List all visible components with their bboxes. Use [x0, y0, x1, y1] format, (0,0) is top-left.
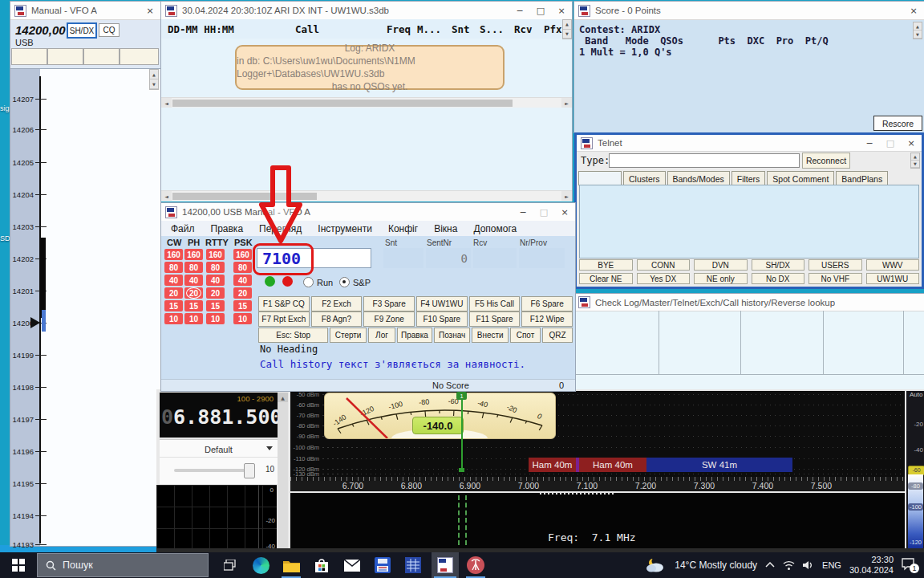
spin-down-icon[interactable]: ▼	[563, 30, 571, 39]
band-button[interactable]: 80	[184, 262, 203, 273]
sdr-app-button[interactable]	[464, 552, 488, 578]
snt-input[interactable]	[383, 248, 424, 268]
edit-button[interactable]: Правка	[397, 328, 432, 343]
f12-button[interactable]: F12 Wipe	[521, 311, 573, 327]
menu-tools[interactable]: Інструменти	[313, 222, 377, 236]
esc-stop-button[interactable]: Esc: Stop	[258, 328, 328, 343]
file-explorer-button[interactable]	[279, 552, 303, 578]
sp-radio-icon[interactable]	[339, 277, 350, 287]
band-button[interactable]: 160	[233, 249, 252, 260]
f9-button[interactable]: F9 Zone	[363, 311, 415, 327]
f8-button[interactable]: F8 Agn?	[311, 311, 363, 327]
band-button[interactable]: 20	[206, 287, 225, 299]
close-icon[interactable]: ×	[554, 204, 575, 221]
spin-down-icon[interactable]: ▼	[914, 31, 922, 39]
f10-button[interactable]: F10 Spare	[416, 311, 468, 327]
grid-app-button[interactable]	[401, 552, 425, 578]
store-button[interactable]	[310, 552, 334, 578]
clear-ne-button[interactable]: Clear NE	[579, 273, 633, 284]
log-horizontal-scrollbar[interactable]: ◄ ►	[161, 190, 572, 201]
score-spinner[interactable]: ▲▼	[913, 22, 922, 39]
users-button[interactable]: USERS	[808, 259, 862, 271]
log-button[interactable]: Лог	[368, 328, 395, 343]
bandmap-zoom-spinner[interactable]: ▲▼	[149, 69, 159, 90]
auto-label[interactable]: Auto	[910, 391, 922, 398]
scroll-right-icon[interactable]: ►	[561, 98, 572, 108]
wifi-icon[interactable]	[783, 560, 795, 570]
band-button[interactable]: 20	[233, 287, 252, 299]
log-column-header[interactable]: Rcv	[514, 23, 533, 35]
menu-windows[interactable]: Вікна	[429, 222, 462, 236]
weather-icon[interactable]	[646, 557, 667, 573]
band-button[interactable]: 40	[206, 275, 225, 286]
telnet-output-area[interactable]	[579, 185, 919, 258]
tab-bandplans[interactable]: BandPlans	[836, 171, 888, 185]
bandplan-sw41m[interactable]: SW 41m	[646, 458, 792, 472]
rescore-button[interactable]: Rescore	[873, 116, 922, 131]
scroll-left-icon[interactable]: ◄	[161, 98, 172, 108]
search-box[interactable]: Пошук	[37, 553, 209, 577]
logger-app-button[interactable]	[371, 552, 395, 578]
shdx-button[interactable]: SH/DX	[752, 259, 805, 271]
spot-button[interactable]: Спот	[510, 328, 541, 343]
f1-button[interactable]: F1 S&P CQ	[258, 296, 310, 311]
band-button[interactable]: 160	[164, 249, 183, 260]
memory-slot-input[interactable]	[120, 48, 159, 65]
memory-slot-input[interactable]	[47, 48, 83, 65]
wwv-button[interactable]: WWV	[866, 259, 920, 271]
sentnr-input[interactable]: 0	[426, 248, 471, 268]
spin-up-icon[interactable]: ▲	[914, 22, 922, 31]
speaker-icon[interactable]	[803, 560, 814, 570]
log-horizontal-scrollbar[interactable]: ◄ ►	[161, 97, 572, 108]
band-button[interactable]: 80	[164, 262, 183, 273]
yes-dx-button[interactable]: Yes DX	[637, 273, 691, 284]
close-icon[interactable]: ×	[140, 2, 160, 19]
close-icon[interactable]: ×	[903, 2, 924, 19]
language-indicator[interactable]: ENG	[822, 560, 841, 570]
start-button[interactable]	[0, 552, 37, 578]
tab-filters[interactable]: Filters	[732, 171, 766, 185]
sdr-vertical-scrollbar[interactable]: ▲	[278, 393, 288, 550]
no-vhf-button[interactable]: No VHF	[808, 273, 862, 284]
edge-browser-button[interactable]	[249, 552, 273, 578]
check-columns[interactable]	[574, 311, 924, 375]
volume-slider-handle[interactable]	[244, 463, 255, 478]
band-button[interactable]: 80	[206, 262, 225, 273]
tab-spot-comment[interactable]: Spot Comment	[767, 171, 834, 185]
band-button[interactable]: 15	[206, 300, 225, 311]
spin-up-icon[interactable]: ▲	[911, 153, 919, 161]
memory-slot-input[interactable]	[83, 48, 120, 65]
band-button[interactable]: 10	[233, 313, 252, 324]
f11-button[interactable]: F11 Spare	[469, 311, 521, 327]
f6-button[interactable]: F6 Spare	[521, 296, 573, 311]
conn-button[interactable]: CONN	[637, 259, 691, 271]
mail-button[interactable]	[340, 552, 364, 578]
task-view-button[interactable]	[218, 552, 242, 578]
bye-button[interactable]: BYE	[579, 259, 633, 271]
tuning-marker-flag[interactable]: 1	[456, 392, 467, 400]
band-button[interactable]: 10	[164, 313, 183, 324]
volume-slider[interactable]	[174, 469, 253, 472]
band-button[interactable]: 40	[184, 275, 203, 286]
n1mm-app-button[interactable]	[432, 552, 459, 578]
log-column-header[interactable]: Freq	[387, 23, 411, 35]
band-button[interactable]: 15	[233, 300, 252, 311]
band-button[interactable]: 10	[206, 313, 225, 324]
sp-radio[interactable]: S&P	[339, 277, 371, 287]
log-column-header[interactable]: M...	[417, 23, 441, 35]
spectrum-plot[interactable]: -50 dBm -60 dBm -70 dBm -80 dBm -90 dBm …	[290, 391, 905, 477]
profile-dropdown[interactable]: Default	[160, 442, 278, 458]
wipe-button[interactable]: Стерти	[330, 328, 367, 343]
bandmap-spot-area[interactable]	[46, 68, 149, 546]
log-column-header[interactable]: Snt	[452, 23, 470, 35]
tab-terminal[interactable]	[578, 171, 622, 185]
log-column-header[interactable]: Call	[295, 23, 319, 35]
f5-button[interactable]: F5 His Call	[469, 296, 521, 311]
desktop-icon-label[interactable]: SD	[0, 234, 10, 242]
telnet-type-input[interactable]	[609, 153, 800, 168]
log-column-header[interactable]: DD-MM HH:MM	[168, 23, 234, 35]
band-button[interactable]: 80	[233, 262, 252, 273]
menu-file[interactable]: Файл	[166, 222, 200, 236]
spin-down-icon[interactable]: ▼	[150, 79, 158, 89]
uw1wu-button[interactable]: UW1WU	[866, 273, 920, 284]
